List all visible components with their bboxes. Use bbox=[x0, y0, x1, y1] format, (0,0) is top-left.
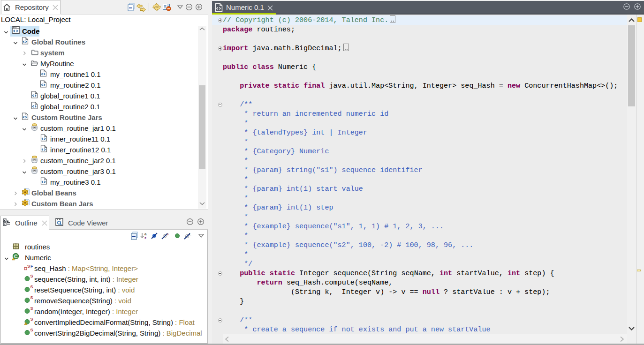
svg-text:S: S bbox=[30, 274, 33, 278]
svg-text:S: S bbox=[30, 295, 33, 300]
svg-text:S: S bbox=[27, 263, 30, 268]
svg-text:S: S bbox=[30, 328, 33, 332]
svg-text:S: S bbox=[30, 285, 33, 289]
svg-text:F: F bbox=[30, 263, 33, 268]
svg-text:z: z bbox=[144, 236, 146, 240]
svg-text:S: S bbox=[30, 317, 33, 322]
svg-text:S: S bbox=[30, 306, 33, 311]
svg-text:C: C bbox=[14, 253, 18, 259]
